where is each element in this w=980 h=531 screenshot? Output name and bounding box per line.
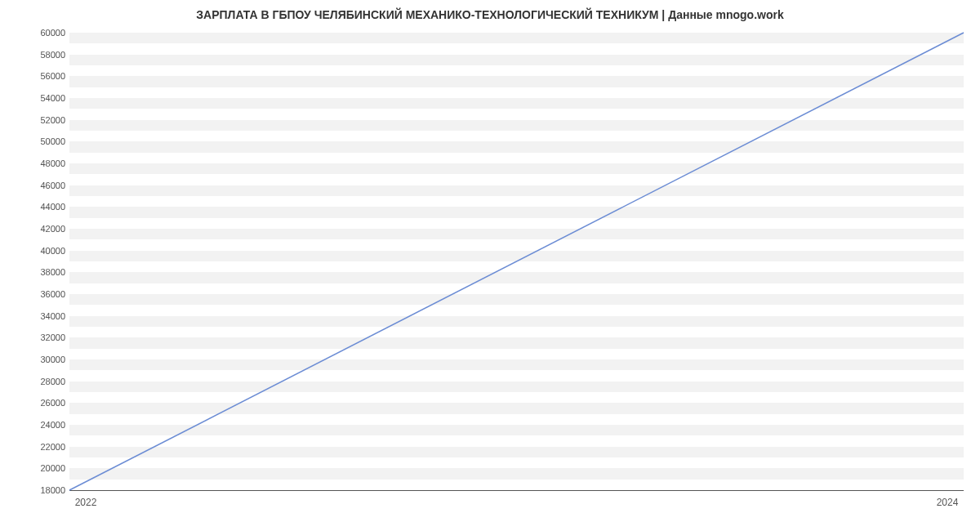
y-tick-label: 24000 bbox=[8, 420, 65, 430]
y-tick-label: 58000 bbox=[8, 50, 65, 60]
x-tick-label: 2024 bbox=[937, 497, 959, 508]
line-chart: ЗАРПЛАТА В ГБПОУ ЧЕЛЯБИНСКИЙ МЕХАНИКО-ТЕ… bbox=[0, 0, 980, 531]
x-axis-line bbox=[69, 490, 964, 491]
x-tick-label: 2022 bbox=[75, 497, 97, 508]
chart-svg bbox=[69, 33, 964, 490]
y-tick-label: 18000 bbox=[8, 485, 65, 495]
y-tick-label: 28000 bbox=[8, 377, 65, 386]
y-tick-label: 42000 bbox=[8, 224, 65, 234]
y-tick-label: 22000 bbox=[8, 442, 65, 452]
y-tick-label: 34000 bbox=[8, 311, 65, 321]
y-tick-label: 30000 bbox=[8, 355, 65, 364]
chart-title: ЗАРПЛАТА В ГБПОУ ЧЕЛЯБИНСКИЙ МЕХАНИКО-ТЕ… bbox=[0, 8, 980, 21]
y-tick-label: 56000 bbox=[8, 71, 65, 81]
y-tick-label: 46000 bbox=[8, 181, 65, 190]
y-tick-label: 50000 bbox=[8, 136, 65, 146]
y-tick-label: 40000 bbox=[8, 246, 65, 256]
y-tick-label: 20000 bbox=[8, 463, 65, 473]
y-tick-label: 26000 bbox=[8, 398, 65, 408]
y-tick-label: 36000 bbox=[8, 289, 65, 299]
y-tick-label: 38000 bbox=[8, 267, 65, 277]
series-line-salary bbox=[69, 33, 964, 490]
plot-area bbox=[69, 33, 964, 490]
y-tick-label: 52000 bbox=[8, 115, 65, 125]
y-tick-label: 32000 bbox=[8, 332, 65, 342]
y-tick-label: 44000 bbox=[8, 202, 65, 212]
y-tick-label: 54000 bbox=[8, 93, 65, 103]
y-tick-label: 48000 bbox=[8, 158, 65, 168]
y-tick-label: 60000 bbox=[8, 28, 65, 38]
